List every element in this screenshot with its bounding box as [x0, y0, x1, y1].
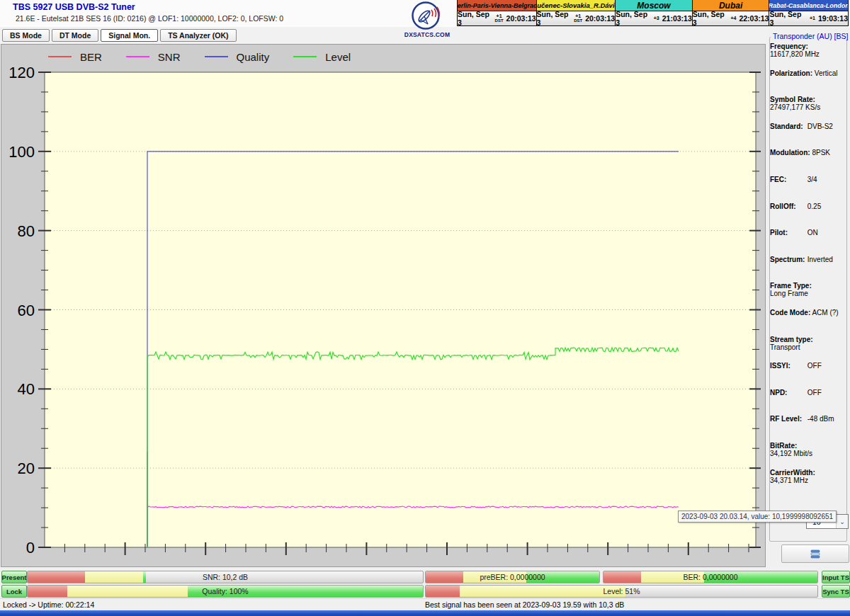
field-value: 8PSK [812, 149, 830, 156]
svg-text:20: 20 [18, 460, 35, 477]
transponder-field: Stream type: Transport [770, 336, 841, 363]
field-value: Transport [770, 343, 800, 351]
signal-chart: 020406080100120 [1, 45, 764, 565]
clock: Lučenec-Slovakia_R.Dávid Sun, Sep 3 +1 D… [536, 0, 616, 26]
tbs-tuner-window: { "header": { "title": "TBS 5927 USB DVB… [0, 0, 850, 616]
clock-time: Sun, Sep 3 +3 21:03:13 [616, 11, 692, 26]
clock-hms: 22:03:13 [739, 14, 769, 23]
transponder-field: BitRate: 34,192 Mbit/s [770, 442, 841, 469]
snr-bar: SNR: 10,2 dB [27, 571, 424, 583]
clock-utc-offset: +1 DST [574, 14, 582, 23]
clock-time: Sun, Sep 3 +1 19:03:13 [769, 11, 848, 26]
svg-text:120: 120 [8, 64, 35, 81]
legend-label: BER [80, 51, 102, 63]
clock-utc-offset: +1 [810, 16, 815, 21]
tuned-transponder-subtitle: 21.6E - Eutelsat 21B SES 16 (ID: 0216) @… [16, 14, 283, 23]
transponder-field: Polarization: Vertical [770, 69, 841, 96]
legend-item: SNR [126, 51, 181, 63]
input-ts-indicator-button[interactable]: Input TS [822, 571, 850, 583]
field-value: 34,371 MHz [770, 477, 808, 484]
legend-label: SNR [158, 51, 181, 63]
dxsatcs-logo: DXSATCS.COM [404, 1, 450, 36]
clock: Berlin-Paris-Vienna-Belgrade Sun, Sep 3 … [457, 0, 536, 26]
world-clocks: Berlin-Paris-Vienna-Belgrade Sun, Sep 3 … [457, 0, 849, 26]
clock-date: Sun, Sep 3 [616, 10, 651, 27]
field-value: Inverted [808, 256, 833, 263]
svg-text:60: 60 [18, 302, 35, 319]
field-value: 0.25 [808, 203, 821, 210]
transponder-field: Modulation: 8PSK [770, 149, 841, 176]
field-label: RF Level: [770, 415, 805, 423]
clock-utc-offset: +1 DST [495, 14, 504, 23]
field-value: 27497,177 KS/s [770, 103, 820, 111]
list-icon [810, 549, 820, 559]
transponder-fields: Frequency: 11617,820 MHz Polarization: V… [770, 42, 841, 495]
bar-label: BER: 0,0000000 [604, 571, 817, 583]
field-value: 34,192 Mbit/s [770, 450, 812, 457]
lock-indicator-button[interactable]: Lock [1, 585, 27, 598]
present-indicator-button[interactable]: Present [1, 571, 27, 583]
clock-date: Sun, Sep 3 [693, 10, 728, 27]
field-value: Long Frame [770, 290, 808, 297]
field-value: ACM (?) [812, 309, 838, 316]
clock: Rabat-Casablanca-London Sun, Sep 3 +1 19… [769, 0, 849, 26]
tab-dt-mode[interactable]: DT Mode [52, 29, 98, 42]
transponder-field: RollOff: 0.25 [770, 203, 841, 229]
field-value: Vertical [815, 69, 838, 77]
field-label: Modulation: [770, 149, 810, 156]
clock-hms: 20:03:13 [585, 14, 615, 23]
svg-text:0: 0 [26, 539, 35, 557]
field-label: RollOff: [770, 203, 805, 210]
field-label: Stream type: [770, 336, 813, 343]
sync-ts-indicator-button[interactable]: Sync TS [822, 585, 850, 598]
clock-time: Sun, Sep 3 +1 DST 20:03:13 [458, 11, 536, 26]
field-label: Frequency: [770, 42, 808, 50]
satellite-dish-icon [411, 1, 443, 30]
transponder-sidebar: Transponder (AU) [BS] Frequency: 11617,8… [766, 27, 850, 616]
bar-label: Quality: 100% [28, 586, 423, 597]
clock: Moscow Sun, Sep 3 +3 21:03:13 [615, 0, 692, 26]
transponder-field: NPD: OFF [770, 389, 841, 416]
field-value: DVB-S2 [808, 122, 833, 130]
transponder-field: ISSYI: OFF [770, 362, 841, 389]
transponder-field: Pilot: ON [770, 229, 841, 256]
transponder-field: Frequency: 11617,820 MHz [770, 42, 841, 69]
legend-line-swatch [205, 56, 228, 58]
field-value: OFF [808, 389, 822, 397]
clock-date: Sun, Sep 3 [769, 10, 807, 27]
transponder-field: Symbol Rate: 27497,177 KS/s [770, 96, 841, 122]
clock-hms: 21:03:13 [662, 14, 692, 23]
chart-legend: BER SNR Quality Level [48, 49, 351, 64]
field-label: Standard: [770, 122, 805, 130]
chart-value-tooltip: 2023-09-03 20.03.14, value: 10,199999809… [678, 511, 837, 523]
field-label: Polarization: [770, 69, 812, 77]
tab-ts-analyzer-ok-[interactable]: TS Analyzer (OK) [160, 29, 236, 42]
bar-label: preBER: 0,0000000 [426, 571, 599, 583]
field-value: ON [808, 229, 818, 236]
status-bar: Locked -> Uptime: 00:22:14 Best signal h… [0, 598, 850, 611]
transponder-field: Frame Type: Long Frame [770, 282, 841, 309]
field-value: OFF [808, 362, 822, 370]
svg-text:40: 40 [18, 380, 35, 398]
field-label: FEC: [770, 176, 805, 183]
legend-line-swatch [48, 56, 72, 58]
transponder-field: Code Mode: ACM (?) [770, 309, 841, 336]
tab-signal-mon-[interactable]: Signal Mon. [101, 29, 158, 42]
clock-date: Sun, Sep 3 [537, 10, 572, 27]
transponder-field: RF Level: -48 dBm [770, 415, 841, 442]
field-label: BitRate: [770, 442, 805, 450]
transponder-field: CarrierWidth: 34,371 MHz [770, 469, 841, 496]
level-bar: Level: 51% [425, 585, 818, 598]
transponder-field: Spectrum: Inverted [770, 256, 841, 283]
taskbar-edge [0, 610, 850, 616]
transponder-groupbox-title: Transponder (AU) [BS] [771, 32, 850, 40]
clock-date: Sun, Sep 3 [458, 10, 492, 27]
chevron-down-icon[interactable]: ⌄ [836, 515, 848, 528]
transponder-field: FEC: 3/4 [770, 176, 841, 203]
legend-item: Quality [205, 51, 270, 63]
clock-hms: 19:03:13 [818, 14, 848, 23]
tab-bs-mode[interactable]: BS Mode [2, 29, 50, 42]
app-title: TBS 5927 USB DVB-S2 Tuner [13, 2, 135, 12]
ts-record-button[interactable] [781, 544, 849, 563]
preber-bar: preBER: 0,0000000 [425, 571, 600, 583]
